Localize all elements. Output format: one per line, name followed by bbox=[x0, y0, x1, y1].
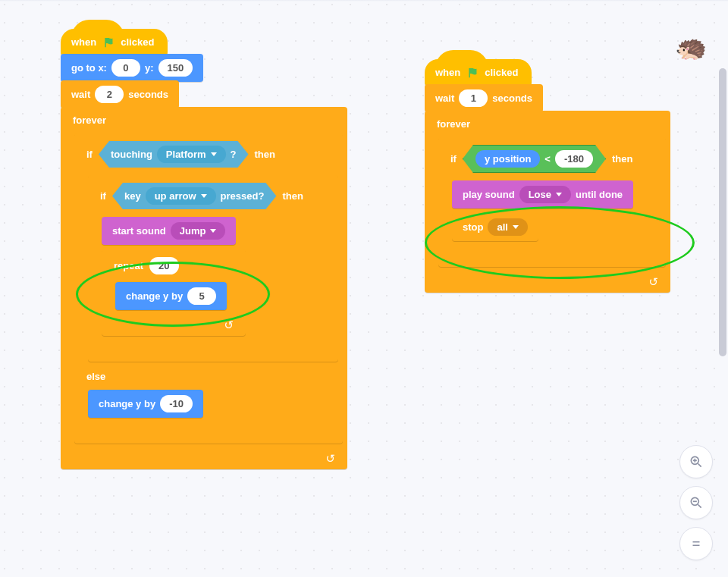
chevron-down-icon bbox=[513, 225, 519, 229]
zoom-in-icon bbox=[689, 454, 704, 469]
scrollbar-track bbox=[719, 68, 726, 523]
hat-clicked-label: clicked bbox=[121, 36, 154, 48]
forever-block-2[interactable]: forever if y position < -180 then play s… bbox=[425, 111, 670, 293]
start-sound-arg: Jump bbox=[180, 225, 206, 237]
change-y-down-value[interactable]: -10 bbox=[160, 395, 193, 412]
start-sound-label: start sound bbox=[112, 225, 166, 237]
chevron-down-icon bbox=[201, 194, 207, 198]
key-pressed-label: pressed? bbox=[221, 190, 265, 202]
wait-label: wait bbox=[71, 89, 90, 100]
change-y-up-value[interactable]: 5 bbox=[187, 287, 216, 305]
if-label-2: if bbox=[100, 190, 106, 202]
svg-line-1 bbox=[698, 464, 701, 467]
touching-arg: Platform bbox=[166, 149, 206, 160]
go-to-y-value[interactable]: 150 bbox=[158, 59, 193, 77]
hat-when-flag-clicked-2[interactable]: when ⚑ clicked bbox=[425, 59, 532, 86]
script-right[interactable]: when ⚑ clicked wait 1 seconds forever if… bbox=[425, 59, 670, 293]
zoom-controls bbox=[679, 445, 713, 560]
hat-clicked-label-2: clicked bbox=[485, 67, 518, 78]
forever-block[interactable]: forever if touching Platform ? then bbox=[61, 107, 347, 469]
play-sound-label: play sound bbox=[463, 189, 515, 200]
play-sound-dropdown[interactable]: Lose bbox=[519, 186, 571, 203]
if-label: if bbox=[86, 149, 93, 160]
threshold-value[interactable]: -180 bbox=[555, 150, 593, 168]
change-y-label: change y by bbox=[126, 290, 183, 302]
touching-predicate[interactable]: touching Platform ? bbox=[99, 141, 249, 168]
if-label-3: if bbox=[450, 153, 457, 165]
wait-value[interactable]: 2 bbox=[95, 86, 124, 103]
stop-label: stop bbox=[463, 221, 483, 233]
then-label-3: then bbox=[612, 153, 632, 165]
key-pressed-predicate[interactable]: key up arrow pressed? bbox=[112, 183, 276, 209]
play-sound-arg: Lose bbox=[529, 189, 551, 200]
start-sound-dropdown[interactable]: Jump bbox=[171, 222, 226, 240]
top-separator bbox=[0, 0, 728, 2]
script-left[interactable]: when ⚑ clicked go to x: 0 y: 150 wait 2 … bbox=[61, 29, 347, 469]
zoom-out-icon bbox=[689, 495, 704, 510]
wait-seconds-label: seconds bbox=[128, 89, 168, 100]
go-to-x-value[interactable]: 0 bbox=[111, 59, 140, 77]
y-position-reporter[interactable]: y position bbox=[475, 150, 540, 168]
go-to-x-label: go to x: bbox=[71, 62, 107, 74]
go-to-xy-block[interactable]: go to x: 0 y: 150 bbox=[61, 54, 203, 82]
touching-dropdown[interactable]: Platform bbox=[157, 146, 226, 163]
loop-arrow-icon: ↻ bbox=[325, 452, 335, 466]
loop-arrow-icon: ↻ bbox=[648, 275, 658, 289]
start-sound-block[interactable]: start sound Jump bbox=[102, 217, 236, 245]
forever-label: forever bbox=[73, 114, 106, 126]
zoom-reset-button[interactable] bbox=[679, 527, 713, 560]
scrollbar-thumb[interactable] bbox=[719, 68, 726, 356]
key-dropdown[interactable]: up arrow bbox=[146, 187, 216, 205]
stop-block[interactable]: stop all bbox=[452, 213, 538, 241]
less-than-label: < bbox=[544, 153, 551, 165]
hat-when-label-2: when bbox=[435, 67, 460, 78]
else-label: else bbox=[86, 371, 105, 382]
wait-value-2[interactable]: 1 bbox=[459, 89, 488, 107]
zoom-out-button[interactable] bbox=[679, 486, 713, 519]
forever-label-2: forever bbox=[437, 118, 470, 130]
if-touching-block[interactable]: if touching Platform ? then if bbox=[74, 133, 343, 444]
play-sound-until-done-block[interactable]: play sound Lose until done bbox=[452, 180, 633, 209]
then-label: then bbox=[255, 149, 275, 160]
svg-line-5 bbox=[698, 505, 701, 508]
wait-seconds-label-2: seconds bbox=[492, 93, 532, 104]
if-ypos-block[interactable]: if y position < -180 then play sound Los… bbox=[438, 137, 666, 267]
key-label: key bbox=[124, 190, 141, 202]
zoom-in-button[interactable] bbox=[679, 445, 713, 478]
hat-when-label: when bbox=[71, 36, 96, 48]
go-to-y-label: y: bbox=[145, 62, 154, 74]
less-than-predicate[interactable]: y position < -180 bbox=[463, 145, 606, 173]
then-label-2: then bbox=[282, 190, 303, 202]
touching-label: touching bbox=[111, 149, 152, 160]
change-y-down-block[interactable]: change y by -10 bbox=[88, 390, 203, 418]
repeat-label: repeat bbox=[114, 260, 143, 271]
repeat-block[interactable]: repeat 20 change y by 5 ↻ bbox=[102, 249, 246, 336]
change-y-up-block[interactable]: change y by 5 bbox=[115, 282, 227, 310]
wait-block-2[interactable]: wait 1 seconds bbox=[425, 84, 543, 112]
equals-icon bbox=[689, 537, 703, 550]
vertical-scrollbar[interactable] bbox=[719, 68, 726, 523]
stop-arg: all bbox=[497, 221, 507, 233]
repeat-value[interactable]: 20 bbox=[149, 257, 178, 274]
chevron-down-icon bbox=[210, 229, 216, 233]
until-done-label: until done bbox=[576, 189, 623, 200]
touching-q: ? bbox=[231, 149, 237, 160]
change-y-label-2: change y by bbox=[99, 398, 155, 409]
wait-block[interactable]: wait 2 seconds bbox=[61, 80, 179, 108]
chevron-down-icon bbox=[556, 193, 562, 196]
key-arg: up arrow bbox=[155, 190, 196, 202]
stop-dropdown[interactable]: all bbox=[488, 218, 527, 236]
if-key-block[interactable]: if key up arrow pressed? then bbox=[88, 175, 338, 362]
loop-arrow-icon: ↻ bbox=[224, 318, 234, 332]
hat-when-flag-clicked[interactable]: when ⚑ clicked bbox=[61, 29, 168, 55]
sprite-thumbnail[interactable]: 🦔 bbox=[675, 32, 707, 62]
chevron-down-icon bbox=[211, 152, 217, 156]
wait-label-2: wait bbox=[435, 93, 454, 104]
